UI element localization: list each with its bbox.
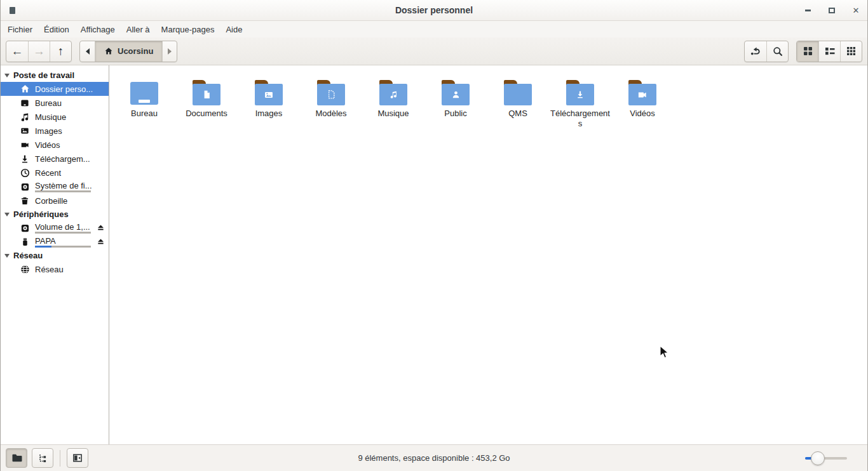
- folder-label: Public: [444, 109, 466, 119]
- folder-label: Documents: [186, 109, 227, 119]
- places-pane-button[interactable]: [6, 448, 27, 468]
- folder-images[interactable]: Images: [238, 80, 300, 129]
- folder-public[interactable]: Public: [424, 80, 487, 129]
- breadcrumb: Ucorsinu: [79, 41, 177, 62]
- compact-view-button[interactable]: [840, 41, 862, 62]
- search-icon: [773, 46, 783, 56]
- folder-qms[interactable]: QMS: [487, 80, 549, 129]
- list-view-button[interactable]: [818, 41, 840, 62]
- folder-label: QMS: [508, 109, 527, 119]
- folder-icon: [503, 80, 533, 105]
- tree-pane-button[interactable]: [32, 448, 53, 468]
- sidebar-item-label: Musique: [35, 112, 66, 122]
- sidebar-item-label: Images: [35, 126, 62, 136]
- sidebar-item-systeme-de-fi[interactable]: Système de fi...: [1, 180, 109, 194]
- sidebar-item-bureau[interactable]: Bureau: [1, 96, 109, 110]
- sidebar-section-label: Périphériques: [13, 209, 69, 219]
- folder-musique[interactable]: Musique: [362, 80, 424, 129]
- sidebar-item-label: Dossier perso...: [35, 84, 93, 94]
- window-controls: ✕: [803, 0, 861, 21]
- toggle-location-icon: [750, 46, 761, 56]
- expander-triangle-icon: [4, 254, 10, 258]
- disk-icon: [20, 223, 30, 233]
- chevron-left-icon: [85, 48, 91, 55]
- disk-usage-bar: [35, 232, 91, 234]
- toggle-location-bar-button[interactable]: [745, 41, 766, 62]
- menu-affichage[interactable]: Affichage: [75, 22, 121, 37]
- view-toggle-group: [796, 41, 862, 62]
- menu-edition[interactable]: Édition: [38, 22, 75, 37]
- location-search-group: [744, 41, 789, 62]
- sidebar-section-label: Réseau: [13, 251, 43, 260]
- sidebar-item-label: Volume de 1,...: [35, 222, 91, 232]
- sidebar-item-videos[interactable]: Vidéos: [1, 138, 109, 152]
- home-icon: [104, 47, 113, 55]
- sidebar-section-header[interactable]: Périphériques: [1, 208, 109, 221]
- search-button[interactable]: [766, 41, 788, 62]
- download-icon: [20, 154, 30, 164]
- home-icon: [20, 84, 30, 94]
- sidebar-section-header[interactable]: Poste de travail: [1, 69, 109, 82]
- folder-icon: [627, 80, 658, 105]
- folder-label: Vidéos: [630, 109, 655, 119]
- back-button[interactable]: ←: [6, 41, 28, 62]
- sidebar-item-telechargem[interactable]: Téléchargem...: [1, 152, 109, 166]
- sidebar-item-label: PAPA: [35, 236, 91, 246]
- sidebar-item-reseau[interactable]: Réseau: [1, 262, 109, 276]
- icon-view-icon: [803, 46, 813, 56]
- folder-grid: BureauDocumentsImagesModèlesMusiquePubli…: [109, 65, 867, 129]
- menu-fichier[interactable]: Fichier: [2, 22, 38, 37]
- sidebar-item-papa[interactable]: PAPA: [1, 235, 109, 249]
- globe-icon: [20, 264, 30, 274]
- sidebar-section-label: Poste de travail: [13, 70, 74, 80]
- expander-triangle-icon: [4, 74, 10, 77]
- sidebar-item-label: Corbeille: [35, 196, 67, 206]
- menu-aller-a[interactable]: Aller à: [121, 22, 156, 37]
- icon-view-button[interactable]: [797, 41, 818, 62]
- forward-button[interactable]: →: [28, 41, 50, 62]
- video-emblem-icon: [638, 91, 647, 98]
- folder-videos[interactable]: Vidéos: [611, 80, 674, 129]
- sidebar-item-corbeille[interactable]: Corbeille: [1, 194, 109, 208]
- side-pane-toggle-icon: [72, 453, 83, 463]
- sidebar-section-header[interactable]: Réseau: [1, 249, 109, 262]
- up-button[interactable]: ↑: [50, 41, 71, 62]
- eject-button[interactable]: [96, 237, 105, 246]
- breadcrumb-left-button[interactable]: [80, 41, 95, 62]
- sidebar-item-musique[interactable]: Musique: [1, 110, 109, 124]
- video-icon: [20, 140, 30, 150]
- places-sidebar: Poste de travailDossier perso...BureauMu…: [1, 65, 109, 444]
- list-view-icon: [825, 46, 835, 56]
- minimize-button[interactable]: [803, 6, 813, 16]
- menu-aide[interactable]: Aide: [220, 22, 248, 37]
- music-emblem-icon: [390, 91, 398, 99]
- sidebar-item-images[interactable]: Images: [1, 124, 109, 138]
- person-emblem-icon: [452, 91, 460, 98]
- folder-bureau[interactable]: Bureau: [113, 80, 175, 129]
- close-button[interactable]: ✕: [851, 6, 861, 16]
- breadcrumb-current-label: Ucorsinu: [118, 46, 153, 56]
- breadcrumb-right-button[interactable]: [162, 41, 177, 62]
- folder-label: Téléchargements: [550, 109, 610, 129]
- folder-documents[interactable]: Documents: [175, 80, 238, 129]
- folder-telechargements[interactable]: Téléchargements: [549, 80, 611, 129]
- tree-pane-icon: [37, 453, 48, 463]
- hide-sidepane-button[interactable]: [67, 448, 88, 468]
- sidebar-item-volume-de-1[interactable]: Volume de 1,...: [1, 221, 109, 235]
- zoom-slider[interactable]: [805, 451, 847, 466]
- folder-label: Images: [255, 109, 283, 119]
- menu-marque-pages[interactable]: Marque-pages: [156, 22, 220, 37]
- folder-icon: [254, 80, 284, 105]
- zoom-slider-handle[interactable]: [811, 451, 825, 465]
- folder-modeles[interactable]: Modèles: [300, 80, 362, 129]
- folder-label: Modèles: [315, 109, 346, 119]
- eject-button[interactable]: [96, 223, 105, 232]
- sidebar-item-recent[interactable]: Récent: [1, 166, 109, 180]
- sidebar-item-dossier-perso[interactable]: Dossier perso...: [1, 82, 109, 96]
- status-text: 9 éléments, espace disponible : 453,2 Go: [358, 453, 510, 463]
- file-view[interactable]: BureauDocumentsImagesModèlesMusiquePubli…: [109, 65, 867, 444]
- breadcrumb-current-button[interactable]: Ucorsinu: [95, 41, 162, 62]
- desktop-icon: [129, 80, 159, 105]
- maximize-button[interactable]: [827, 6, 837, 16]
- toolbar: ← → ↑ Ucorsinu: [1, 37, 867, 65]
